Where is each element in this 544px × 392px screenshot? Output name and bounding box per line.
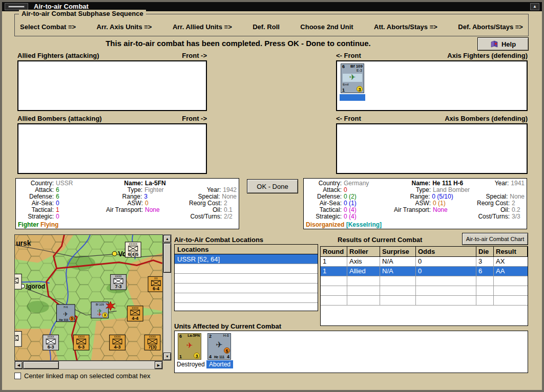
scroll-down-button[interactable]: ▼ bbox=[163, 353, 171, 360]
map-counter[interactable]: XXXX 4-3 bbox=[110, 335, 125, 350]
svg-text:6(4)5: 6(4)5 bbox=[128, 252, 138, 257]
ok-done-button[interactable]: OK - Done bbox=[247, 179, 298, 193]
results-row[interactable]: 1AxisN/A03AX bbox=[321, 257, 528, 267]
svg-text:7-3: 7-3 bbox=[115, 284, 122, 289]
ok-done-label: OK - Done bbox=[257, 183, 288, 190]
results-row[interactable]: 1AlliedN/A06AA bbox=[321, 267, 528, 276]
counter-model: H-6 bbox=[223, 334, 229, 337]
counter-name: Bf 109 bbox=[350, 64, 363, 69]
svg-text:6-3: 6-3 bbox=[48, 344, 54, 350]
location-list-item[interactable] bbox=[175, 293, 318, 303]
map-counter[interactable]: XX 6-4 bbox=[148, 276, 163, 292]
results-title: Results of Current Combat bbox=[338, 236, 422, 244]
map-counter[interactable]: XXXX 6-3 bbox=[43, 335, 59, 350]
stat-value: 3/3 bbox=[512, 213, 520, 220]
linked-map[interactable]: ursk Voro lgorod XXXXX 6(4)5 XXXX 7-3 bbox=[14, 234, 172, 370]
allied-fighters-front-label: Front -> bbox=[182, 52, 207, 59]
combat-locations-panel: Locations USSR [52, 64] bbox=[174, 244, 318, 311]
allied-fighters-box[interactable] bbox=[17, 60, 207, 111]
stat-label: Cost/Turns: bbox=[183, 213, 222, 220]
svg-text:Bf 109: Bf 109 bbox=[96, 303, 104, 306]
axis-bombers-front-label: <- Front bbox=[336, 115, 361, 122]
map-horizontal-scrollbar[interactable]: ◀ ▶ bbox=[14, 361, 163, 369]
svg-text:6-3: 6-3 bbox=[78, 344, 85, 350]
svg-text:H-6: H-6 bbox=[64, 306, 68, 309]
unit-status: Fighter bbox=[18, 221, 39, 228]
allied-bombers-front-label: Front -> bbox=[182, 115, 207, 122]
axis-bombers-label: Axis Bombers (defending) bbox=[445, 115, 528, 122]
completion-message: This air-to-air combat has been complete… bbox=[0, 39, 476, 48]
allied-bombers-label: Allied Bombers (attacking) bbox=[17, 115, 102, 122]
center-map-checkbox[interactable] bbox=[14, 373, 21, 379]
stat-value: 2/2 bbox=[224, 213, 233, 220]
results-header-row: RoundRollerSurpriseOddsDieResult bbox=[321, 247, 528, 257]
city-voronezh[interactable] bbox=[112, 251, 117, 256]
stat-value: 0 bbox=[56, 213, 59, 220]
affected-unit[interactable]: 6 La-5FN ✈ 1 3 Destroyed bbox=[177, 333, 203, 368]
svg-text:XXXX: XXXX bbox=[48, 336, 55, 338]
stat-value: None bbox=[145, 207, 160, 213]
counter-strength: 6 bbox=[342, 64, 345, 69]
stat-label: Air Transport: bbox=[95, 207, 143, 213]
location-list-item[interactable] bbox=[175, 284, 318, 293]
results-row bbox=[321, 296, 528, 306]
map-counter[interactable] bbox=[14, 274, 22, 289]
city-label-belgorod: lgorod bbox=[26, 283, 45, 290]
locations-header: Locations bbox=[175, 245, 318, 254]
map-vertical-scrollbar[interactable]: ▲ ▼ bbox=[163, 234, 172, 361]
location-list-item[interactable]: USSR [52, 64] bbox=[175, 254, 318, 264]
results-row bbox=[321, 276, 528, 286]
sequence-step: Arr. Allied Units => bbox=[173, 23, 232, 31]
bomber-plane-icon: ✈ bbox=[63, 311, 68, 318]
reorg-badge: 3 bbox=[357, 86, 363, 92]
system-menu-button[interactable] bbox=[5, 3, 28, 10]
axis-bombers-box[interactable] bbox=[336, 123, 528, 174]
groupbox-title: Air-to-air Combat Subphase Sequence bbox=[19, 10, 146, 17]
svg-text:XXXX: XXXX bbox=[78, 336, 85, 338]
map-counter[interactable]: XXXXX 6(4)5 bbox=[125, 242, 141, 257]
counter-name: La-5FN bbox=[187, 334, 200, 337]
stat-label: Cost/Turns: bbox=[471, 213, 510, 220]
map-counter[interactable]: XXXX 6-3 bbox=[73, 335, 89, 350]
combat-results-panel: RoundRollerSurpriseOddsDieResult 1AxisN/… bbox=[320, 246, 528, 326]
stat-label: Year: bbox=[470, 180, 509, 187]
reorg-badge: 3 bbox=[194, 353, 200, 359]
results-row bbox=[321, 286, 528, 296]
bf109-counter[interactable]: 6 Bf 109 E-3 ✈ Emil 1 3 bbox=[341, 63, 364, 93]
selection-bar bbox=[340, 94, 365, 101]
map-counter[interactable] bbox=[14, 331, 22, 346]
counter-right-value: 4 bbox=[227, 354, 229, 359]
vertical-scroll-thumb[interactable] bbox=[163, 243, 171, 273]
fighter-plane-icon: ✈ bbox=[178, 341, 201, 350]
allied-fighters-label: Allied Fighters (attacking) bbox=[17, 52, 99, 59]
combat-chart-button[interactable]: Air-to-air Combat Chart bbox=[462, 233, 528, 245]
location-list-item[interactable] bbox=[175, 264, 318, 274]
subphase-sequence-groupbox: Air-to-air Combat Subphase Sequence Sele… bbox=[14, 14, 529, 36]
svg-text:He 111: He 111 bbox=[59, 318, 69, 321]
allied-bombers-box[interactable] bbox=[17, 123, 207, 174]
center-map-checkbox-label: Center linked map on selected combat hex bbox=[24, 372, 150, 380]
maximize-button[interactable]: ▲ bbox=[530, 3, 539, 10]
axis-fighters-box[interactable]: 6 Bf 109 E-3 ✈ Emil 1 3 bbox=[336, 60, 528, 111]
axis-fighters-front-label: <- Front bbox=[336, 52, 361, 59]
counter-steps: 1 bbox=[342, 88, 345, 93]
map-counter[interactable]: XXXX 7-3 bbox=[111, 274, 127, 290]
affected-unit[interactable]: 2 H-6 ✈ 4 He 111 4 5 Aborted bbox=[206, 333, 233, 368]
svg-text:XXXX: XXXX bbox=[114, 336, 121, 338]
sequence-step: Arr. Axis Units => bbox=[97, 23, 152, 31]
map-counter[interactable]: XXXX 4-4 bbox=[127, 306, 143, 321]
tactical-map[interactable]: ursk Voro lgorod XXXXX 6(4)5 XXXX 7-3 bbox=[14, 234, 163, 361]
scroll-up-button[interactable]: ▲ bbox=[163, 235, 171, 243]
help-button[interactable]: Help bbox=[477, 37, 529, 51]
scroll-right-button[interactable]: ▶ bbox=[155, 361, 162, 369]
scroll-left-button[interactable]: ◀ bbox=[15, 361, 23, 369]
location-list-item[interactable] bbox=[175, 274, 318, 284]
svg-text:7(3): 7(3) bbox=[149, 344, 157, 350]
horizontal-scroll-thumb[interactable] bbox=[23, 361, 59, 369]
counter-model: E-3 bbox=[357, 69, 362, 72]
map-air-counter-he111[interactable]: H-6 ✈ He 111 5 bbox=[57, 304, 75, 322]
stat-label: Strategic: bbox=[306, 213, 342, 220]
svg-text:XXXXX: XXXXX bbox=[129, 243, 138, 246]
map-counter[interactable]: XXXX 7(3) bbox=[144, 335, 160, 350]
counter-strength: 6 bbox=[179, 334, 182, 339]
